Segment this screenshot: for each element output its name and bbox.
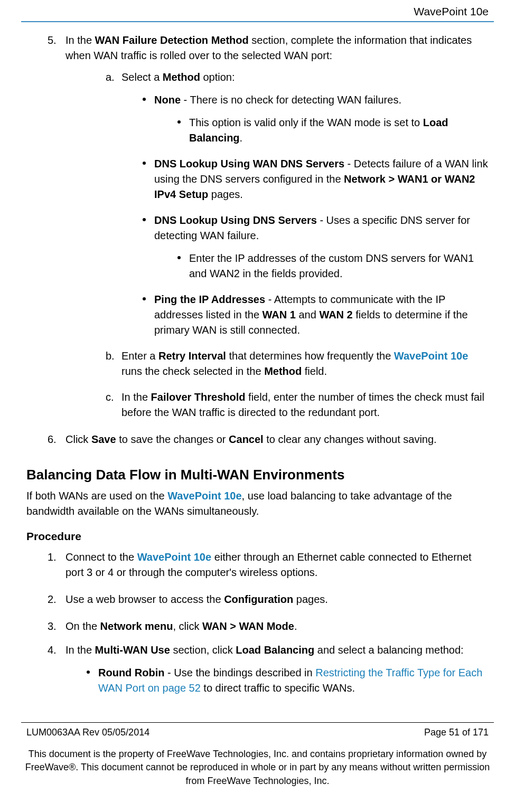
text: If both WANs are used on the [26, 490, 167, 502]
text: field. [302, 365, 327, 377]
text: Use a web browser to access the [65, 593, 224, 605]
text: - There is no check for detecting WAN fa… [181, 94, 401, 106]
section-intro: If both WANs are used on the WavePoint 1… [26, 488, 489, 519]
text: - Use the bindings described in [165, 667, 316, 678]
text: that determines how frequently the [226, 350, 394, 362]
step-number: 3. [48, 619, 57, 634]
bold-text: Network menu [100, 620, 173, 632]
step-number: 1. [48, 550, 57, 565]
text: Click [65, 433, 91, 445]
bold-text: Cancel [229, 433, 264, 445]
step-number: 5. [48, 33, 57, 48]
text: to direct traffic to specific WANs. [201, 682, 355, 694]
bold-text: Save [91, 433, 116, 445]
step-number: 4. [48, 643, 57, 658]
text: runs the check selected in the [121, 365, 264, 377]
product-link: WavePoint 10e [167, 490, 241, 502]
step-number: 2. [48, 592, 57, 607]
bold-text: WAN 1 [263, 309, 296, 320]
page-content: 5. In the WAN Failure Detection Method s… [0, 33, 515, 696]
step-number: 6. [48, 432, 57, 447]
header-rule [21, 21, 494, 22]
bold-text: Load Balancing [236, 644, 314, 656]
text: Select a [121, 71, 163, 83]
substep-letter: a. [106, 70, 115, 85]
substep-letter: c. [106, 390, 114, 405]
bold-text: WAN Failure Detection Method [95, 34, 249, 46]
text: In the [65, 34, 95, 46]
text: to save the changes or [116, 433, 229, 445]
bold-text: None [154, 94, 181, 106]
text: This option is valid only if the WAN mod… [189, 117, 423, 128]
option-dns-wan: DNS Lookup Using WAN DNS Servers - Detec… [143, 156, 489, 202]
doc-revision: LUM0063AA Rev 05/05/2014 [26, 727, 149, 738]
step-6: 6. Click Save to save the changes or Can… [48, 432, 489, 447]
bold-text: Round Robin [98, 667, 165, 678]
proc-step-3: 3. On the Network menu, click WAN > WAN … [48, 619, 489, 634]
text: . [294, 620, 297, 632]
option-round-robin: Round Robin - Use the bindings described… [87, 665, 489, 696]
proc-step-4: 4. In the Multi-WAN Use section, click L… [48, 643, 489, 696]
step-5: 5. In the WAN Failure Detection Method s… [48, 33, 489, 420]
text: In the [121, 391, 151, 403]
text: Connect to the [65, 551, 137, 563]
procedure-heading: Procedure [26, 528, 489, 544]
text: pages. [208, 188, 243, 200]
text: and select a balancing method: [314, 644, 463, 656]
footer-copyright: This document is the property of FreeWav… [0, 738, 515, 788]
bold-text: Ping the IP Addresses [154, 294, 265, 305]
bold-text: WAN 2 [319, 309, 352, 320]
text: section, click [170, 644, 236, 656]
text: pages. [293, 593, 328, 605]
substep-a: a. Select a Method option: None - There … [106, 70, 489, 338]
proc-step-2: 2. Use a web browser to access the Confi… [48, 592, 489, 607]
bold-text: DNS Lookup Using WAN DNS Servers [154, 158, 344, 169]
footer-meta: LUM0063AA Rev 05/05/2014 Page 51 of 171 [0, 727, 515, 738]
option-none: None - There is no check for detecting W… [143, 92, 489, 146]
text: On the [65, 620, 100, 632]
text: Enter a [121, 350, 158, 362]
text: Enter the IP addresses of the custom DNS… [189, 252, 474, 279]
proc-step-1: 1. Connect to the WavePoint 10e either t… [48, 550, 489, 580]
text: . [240, 132, 243, 144]
section-heading: Balancing Data Flow in Multi-WAN Environ… [26, 465, 489, 485]
option-dns-custom: DNS Lookup Using DNS Servers - Uses a sp… [143, 213, 489, 281]
bold-text: Failover Threshold [151, 391, 246, 403]
bold-text: DNS Lookup Using DNS Servers [154, 214, 317, 226]
text: and [296, 309, 319, 320]
text: option: [200, 71, 235, 83]
page-number: Page 51 of 171 [424, 727, 489, 738]
page-header: WavePoint 10e [0, 0, 515, 21]
bold-text: Method [264, 365, 302, 377]
product-link: WavePoint 10e [394, 350, 468, 362]
text: to clear any changes without saving. [264, 433, 437, 445]
option-dns-custom-note: Enter the IP addresses of the custom DNS… [177, 251, 489, 281]
bold-text: Multi-WAN Use [95, 644, 170, 656]
substep-b: b. Enter a Retry Interval that determine… [106, 348, 489, 379]
option-none-note: This option is valid only if the WAN mod… [177, 115, 489, 146]
substep-letter: b. [106, 348, 115, 364]
bold-text: Configuration [224, 593, 293, 605]
bold-text: Method [163, 71, 200, 83]
bold-text: WAN > WAN Mode [202, 620, 294, 632]
bold-text: Retry Interval [158, 350, 226, 362]
substep-c: c. In the Failover Threshold field, ente… [106, 390, 489, 420]
text: , click [173, 620, 202, 632]
footer-rule [21, 722, 494, 723]
text: In the [65, 644, 95, 656]
product-link: WavePoint 10e [137, 551, 211, 563]
option-ping: Ping the IP Addresses - Attempts to comm… [143, 292, 489, 338]
